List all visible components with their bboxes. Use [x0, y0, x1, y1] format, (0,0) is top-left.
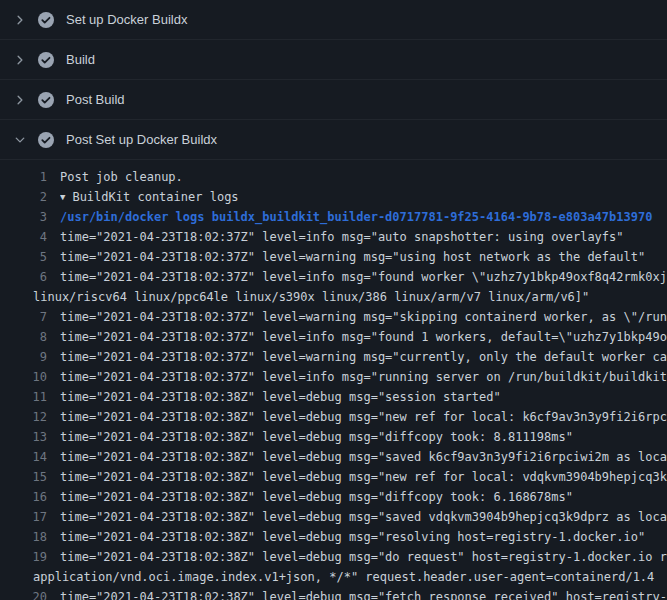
log-line: 9 time="2021-04-23T18:02:37Z" level=warn…: [0, 347, 667, 367]
log-line: 20 time="2021-04-23T18:02:38Z" level=deb…: [0, 587, 667, 600]
steps-list: Set up Docker Buildx Build Post Build Po…: [0, 0, 667, 160]
log-group-toggle[interactable]: ▼BuildKit container logs: [60, 187, 667, 207]
log-line: 14 time="2021-04-23T18:02:38Z" level=deb…: [0, 447, 667, 467]
line-number-link[interactable]: 8: [0, 327, 60, 347]
line-number-link[interactable]: [0, 567, 33, 587]
chevron-right-icon: [12, 52, 28, 68]
log-line: 10 time="2021-04-23T18:02:37Z" level=inf…: [0, 367, 667, 387]
line-number-link[interactable]: 5: [0, 247, 60, 267]
log-text-content: time="2021-04-23T18:02:38Z" level=debug …: [60, 450, 667, 464]
log-text: time="2021-04-23T18:02:38Z" level=debug …: [60, 547, 667, 567]
log-scroll-area[interactable]: 1 Post job cleanup. 2 ▼BuildKit containe…: [0, 160, 667, 600]
chevron-right-icon: [12, 92, 28, 108]
success-check-icon: [38, 52, 54, 68]
line-number-link[interactable]: 13: [0, 427, 60, 447]
step-label: Post Build: [66, 92, 125, 108]
log-text: time="2021-04-23T18:02:37Z" level=warnin…: [60, 247, 667, 267]
log-line: 1 Post job cleanup.: [0, 167, 667, 187]
line-number-link[interactable]: 9: [0, 347, 60, 367]
log-text: time="2021-04-23T18:02:38Z" level=debug …: [60, 427, 667, 447]
step-label: Post Set up Docker Buildx: [66, 132, 217, 148]
log-text-content: Post job cleanup.: [60, 170, 183, 184]
log-text: application/vnd.oci.image.index.v1+json,…: [33, 567, 667, 587]
log-text: time="2021-04-23T18:02:38Z" level=debug …: [60, 407, 667, 427]
log-text-content: time="2021-04-23T18:02:37Z" level=info m…: [60, 370, 667, 384]
line-number-link[interactable]: 15: [0, 467, 60, 487]
log-line: 5 time="2021-04-23T18:02:37Z" level=warn…: [0, 247, 667, 267]
log-text-content: time="2021-04-23T18:02:38Z" level=debug …: [60, 550, 667, 564]
log-text: time="2021-04-23T18:02:38Z" level=debug …: [60, 487, 667, 507]
line-number-link[interactable]: [0, 287, 33, 307]
step-row[interactable]: Set up Docker Buildx: [0, 0, 667, 40]
line-number-link[interactable]: 1: [0, 167, 60, 187]
log-line: 3 /usr/bin/docker logs buildx_buildkit_b…: [0, 207, 667, 227]
line-number-link[interactable]: 14: [0, 447, 60, 467]
line-number-link[interactable]: 4: [0, 227, 60, 247]
log-text: Post job cleanup.: [60, 167, 667, 187]
log-text-content: time="2021-04-23T18:02:38Z" level=debug …: [60, 490, 573, 504]
log-text: time="2021-04-23T18:02:37Z" level=warnin…: [60, 307, 667, 327]
log-text-content: time="2021-04-23T18:02:38Z" level=debug …: [60, 530, 645, 544]
log-text: time="2021-04-23T18:02:38Z" level=debug …: [60, 447, 667, 467]
actions-log-viewer: Set up Docker Buildx Build Post Build Po…: [0, 0, 667, 600]
log-line: 7 time="2021-04-23T18:02:37Z" level=warn…: [0, 307, 667, 327]
line-number-link[interactable]: 6: [0, 267, 60, 287]
line-number-link[interactable]: 20: [0, 587, 60, 600]
log-text-content: linux/riscv64 linux/ppc64le linux/s390x …: [33, 290, 589, 304]
log-text-content: time="2021-04-23T18:02:37Z" level=warnin…: [60, 250, 645, 264]
log-line: 6 time="2021-04-23T18:02:37Z" level=info…: [0, 267, 667, 287]
line-number-link[interactable]: 10: [0, 367, 60, 387]
line-number-link[interactable]: 12: [0, 407, 60, 427]
line-number-link[interactable]: 16: [0, 487, 60, 507]
log-line: 15 time="2021-04-23T18:02:38Z" level=deb…: [0, 467, 667, 487]
log-line: linux/riscv64 linux/ppc64le linux/s390x …: [0, 287, 667, 307]
line-number-link[interactable]: 3: [0, 207, 60, 227]
step-row[interactable]: Build: [0, 40, 667, 80]
log-text: time="2021-04-23T18:02:38Z" level=debug …: [60, 387, 667, 407]
log-text: linux/riscv64 linux/ppc64le linux/s390x …: [33, 287, 667, 307]
step-label: Set up Docker Buildx: [66, 12, 187, 28]
log-text-content: time="2021-04-23T18:02:37Z" level=info m…: [60, 330, 667, 344]
log-text: time="2021-04-23T18:02:38Z" level=debug …: [60, 507, 667, 527]
log-text-content: time="2021-04-23T18:02:37Z" level=warnin…: [60, 310, 667, 324]
log-text-content: application/vnd.oci.image.index.v1+json,…: [33, 570, 654, 584]
step-row[interactable]: Post Build: [0, 80, 667, 120]
log-text-content: /usr/bin/docker logs buildx_buildkit_bui…: [60, 210, 652, 224]
log-line: 13 time="2021-04-23T18:02:38Z" level=deb…: [0, 427, 667, 447]
log-line: 12 time="2021-04-23T18:02:38Z" level=deb…: [0, 407, 667, 427]
log-text-content: time="2021-04-23T18:02:37Z" level=info m…: [60, 270, 667, 284]
line-number-link[interactable]: 18: [0, 527, 60, 547]
log-line: application/vnd.oci.image.index.v1+json,…: [0, 567, 667, 587]
success-check-icon: [38, 92, 54, 108]
log-text: time="2021-04-23T18:02:37Z" level=info m…: [60, 267, 667, 287]
step-row[interactable]: Post Set up Docker Buildx: [0, 120, 667, 160]
log-text: time="2021-04-23T18:02:38Z" level=debug …: [60, 587, 667, 600]
log-text-content: time="2021-04-23T18:02:38Z" level=debug …: [60, 430, 573, 444]
log-line: 16 time="2021-04-23T18:02:38Z" level=deb…: [0, 487, 667, 507]
log-text-content: time="2021-04-23T18:02:37Z" level=warnin…: [60, 350, 667, 364]
log-text-content: time="2021-04-23T18:02:38Z" level=debug …: [60, 390, 501, 404]
chevron-down-icon: [12, 132, 28, 148]
line-number-link[interactable]: 7: [0, 307, 60, 327]
log-line: 19 time="2021-04-23T18:02:38Z" level=deb…: [0, 547, 667, 567]
log-text: time="2021-04-23T18:02:38Z" level=debug …: [60, 527, 667, 547]
log-text-content: time="2021-04-23T18:02:38Z" level=debug …: [60, 470, 667, 484]
log-text-content: time="2021-04-23T18:02:38Z" level=debug …: [60, 590, 667, 600]
chevron-right-icon: [12, 12, 28, 28]
step-label: Build: [66, 52, 95, 68]
log-text-content: time="2021-04-23T18:02:37Z" level=info m…: [60, 230, 624, 244]
log-text: time="2021-04-23T18:02:37Z" level=warnin…: [60, 347, 667, 367]
log-text-content: time="2021-04-23T18:02:38Z" level=debug …: [60, 510, 667, 524]
line-number-link[interactable]: 11: [0, 387, 60, 407]
line-number-link[interactable]: 17: [0, 507, 60, 527]
log-line: 2 ▼BuildKit container logs: [0, 187, 667, 207]
log-text-content: BuildKit container logs: [72, 190, 238, 204]
line-number-link[interactable]: 19: [0, 547, 60, 567]
log-line: 8 time="2021-04-23T18:02:37Z" level=info…: [0, 327, 667, 347]
line-number-link[interactable]: 2: [0, 187, 60, 207]
log-line: 4 time="2021-04-23T18:02:37Z" level=info…: [0, 227, 667, 247]
group-caret-icon: ▼: [60, 187, 65, 207]
log-line: 17 time="2021-04-23T18:02:38Z" level=deb…: [0, 507, 667, 527]
log-line: 18 time="2021-04-23T18:02:38Z" level=deb…: [0, 527, 667, 547]
log-text: time="2021-04-23T18:02:37Z" level=info m…: [60, 367, 667, 387]
